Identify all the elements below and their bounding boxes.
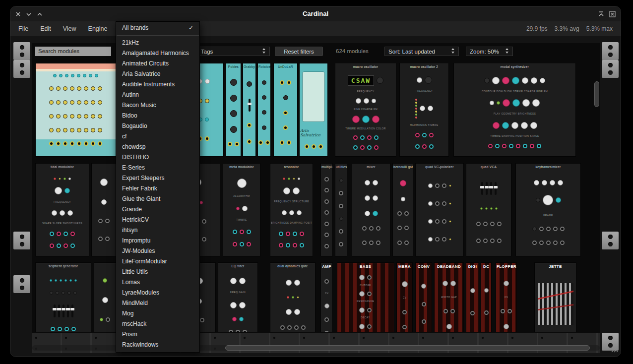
module-tile-grabby[interactable]: Grabby [243, 63, 256, 157]
resize-grip-icon[interactable] [610, 345, 618, 355]
brand-menu-item[interactable]: Prism [116, 329, 199, 340]
module-tile-deadband[interactable]: DEADBANDWIDTH GAP [434, 262, 464, 332]
brand-menu-item[interactable]: MindMeld [116, 298, 199, 308]
menu-item-engine[interactable]: Engine [88, 25, 108, 32]
brand-menu-item[interactable]: Aria Salvatrice [116, 69, 199, 79]
brand-menu-item[interactable]: 21kHz [116, 38, 199, 48]
module-tile-modal-synthesizer[interactable]: modal synthesizerCONTOUR BOW BLOW STRIKE… [453, 63, 576, 157]
knob [522, 99, 530, 107]
module-tile-dc[interactable]: DC [481, 262, 492, 332]
module-tile[interactable] [94, 262, 116, 332]
zoom-select[interactable]: Zoom: 50% [466, 47, 513, 56]
brand-menu-item[interactable]: Grande [116, 204, 199, 215]
brand-menu-item[interactable]: LyraeModules [116, 288, 199, 298]
knob [542, 180, 547, 185]
module-tile-macro-oscillator[interactable]: macro oscillatorCSAWFREQUENCYFINE COARSE… [335, 63, 396, 157]
module-tile-flopper[interactable]: FLOPPERCV [496, 262, 517, 332]
module-tile-eq-filter[interactable]: EQ filterFREQ GAIN [218, 262, 258, 332]
brand-menu-item[interactable]: mscHack [116, 319, 199, 329]
brand-menu-item[interactable]: Animated Circuits [116, 59, 199, 69]
brand-menu-item[interactable]: Amalgamated Harmonics [116, 48, 199, 59]
brand-menu-item[interactable]: Bacon Music [116, 100, 199, 111]
jack [283, 125, 288, 130]
slider [481, 182, 483, 195]
brand-menu-item[interactable]: Rackwindows [116, 340, 199, 350]
brand-menu-item[interactable]: Impromptu [116, 236, 199, 246]
module-tile-multiples[interactable]: multiples [320, 163, 333, 256]
knob [60, 279, 62, 282]
brand-menu-item[interactable]: Glue the Giant [116, 194, 199, 204]
knob [62, 291, 65, 295]
brand-menu-item[interactable]: Bidoo [116, 111, 199, 121]
module-tile-bass[interactable]: BASSCUTOFFRESONANCEDECAYENVMODACCENT [337, 262, 394, 332]
knob [91, 86, 95, 91]
vertical-scrollbar-thumb[interactable] [594, 81, 599, 107]
close-box-icon[interactable] [609, 10, 616, 17]
rack-rail-cap [13, 42, 30, 60]
brand-menu-item[interactable]: JW-Modules [116, 246, 199, 256]
knob [71, 74, 74, 77]
menu-item-view[interactable]: View [63, 25, 76, 32]
reset-filters-button[interactable]: Reset filters [275, 47, 323, 56]
module-tile-pokies[interactable]: Pokies [226, 63, 241, 157]
search-input[interactable]: Search modules [35, 47, 111, 56]
module-tile[interactable]: Aria Salvatrice [299, 63, 328, 157]
module-tile-dual-dynamics-gate[interactable]: dual dynamics gate [270, 262, 316, 332]
module-tile-digi[interactable]: DIGI [466, 262, 479, 332]
module-panel: CSAWFREQUENCYFINE COARSE FMTIMBRE MODULA… [335, 69, 396, 156]
knob [425, 76, 432, 84]
module-tile-utilities[interactable]: utilities [335, 163, 347, 256]
brand-menu-item[interactable]: Bogaudio [116, 121, 199, 131]
module-tile-amp[interactable]: AMPCVIN [320, 262, 333, 332]
module-tile-meta-modulator[interactable]: meta modulatorALGORITHMTIMBRE [223, 163, 260, 256]
module-tile-tidal-modulator[interactable]: tidal modulatorFREQUENCYSHAPE SLOPE SMOO… [35, 163, 89, 256]
module-tile-quad-vca[interactable]: quad VCA [466, 163, 511, 256]
control-row [400, 180, 406, 186]
brand-menu-item[interactable]: Lomas [116, 277, 199, 288]
brand-menu-item[interactable]: LifeFormModular [116, 256, 199, 267]
sort-select[interactable]: Sort: Last updated [384, 47, 459, 56]
brand-menu-item[interactable]: DISTRHO [116, 152, 199, 163]
knob [84, 100, 88, 105]
jack [63, 141, 67, 146]
brand-menu-item[interactable]: cf [116, 131, 199, 142]
module-tile-undular[interactable]: UnDuLaR [273, 63, 298, 157]
module-tile-keyframer-mixer[interactable]: keyframer/mixerFRAME [515, 163, 581, 256]
module-tile-quad-vc-polarizer[interactable]: quad VC-polarizer [415, 163, 464, 256]
knob [83, 74, 86, 77]
brand-menu-item[interactable]: Audible Instruments [116, 79, 199, 90]
module-tile-resonator[interactable]: resonatorFREQUENCY STRUCTUREBRIGHTNESS D… [270, 163, 313, 256]
module-tile-mera[interactable]: MERACV [396, 262, 413, 332]
module-tile-jette[interactable]: JETTE [534, 262, 576, 332]
brand-menu-item[interactable]: Expert Sleepers [116, 173, 199, 183]
module-title: AMP [321, 263, 332, 269]
menu-item-file[interactable]: File [18, 25, 28, 32]
brand-menu-item[interactable]: E-Series [116, 163, 199, 173]
brand-menu-item[interactable]: Mog [116, 308, 199, 319]
module-tile-mixer[interactable]: mixer [352, 163, 390, 256]
titlebar[interactable]: Cardinal [10, 6, 621, 21]
brand-menu-item[interactable]: Little Utils [116, 267, 199, 277]
tags-select[interactable]: Tags [197, 47, 270, 56]
knob [205, 118, 209, 121]
control-row [50, 291, 77, 295]
scroll-top-icon[interactable] [598, 10, 605, 17]
brand-menu-item[interactable]: HetrickCV [116, 215, 199, 225]
brand-menu-item[interactable]: ihtsyn [116, 225, 199, 236]
module-title: bernoulli gate [393, 164, 413, 169]
menu-item-edit[interactable]: Edit [40, 25, 51, 32]
brand-menu-item[interactable]: chowdsp [116, 142, 199, 152]
brand-menu-item[interactable]: Fehler Fabrik [116, 183, 199, 194]
module-tile-rotatoes[interactable]: Rotatoes [257, 63, 271, 157]
module-tile[interactable] [91, 163, 116, 256]
module-tile-bernoulli-gate[interactable]: bernoulli gate [392, 163, 413, 256]
module-tile-conv[interactable]: CONV [415, 262, 432, 332]
module-tile-macro-oscillator-2[interactable]: macro oscillator 2FREQUENCYHARMONICS TIM… [399, 63, 449, 157]
knob [77, 86, 81, 91]
module-tile-segment-generator[interactable]: segment generator [35, 262, 91, 332]
knob [362, 116, 370, 123]
brand-menu-item[interactable]: Autinn [116, 90, 199, 100]
horizontal-scrollbar-thumb[interactable] [225, 345, 590, 351]
module-tile[interactable] [35, 63, 116, 157]
brand-menu-item-all-brands[interactable]: All brands✓ [116, 23, 199, 33]
